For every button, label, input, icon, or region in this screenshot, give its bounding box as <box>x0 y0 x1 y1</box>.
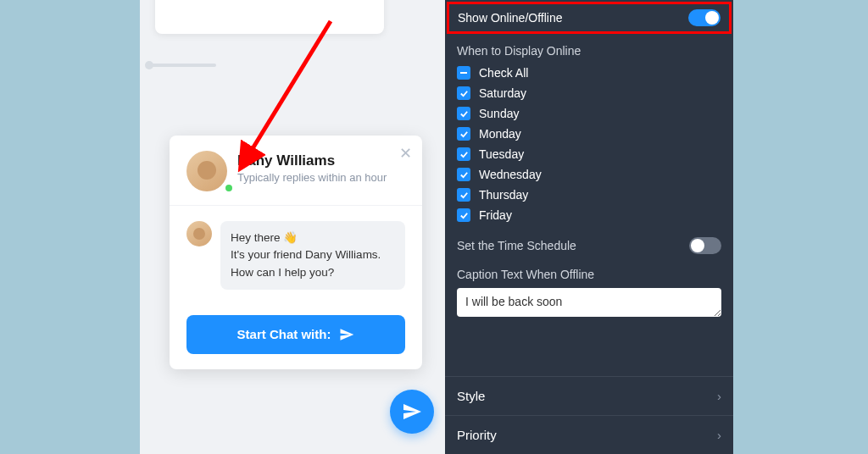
day-row[interactable]: Thursday <box>445 185 733 205</box>
day-row[interactable]: Saturday <box>445 83 733 103</box>
reply-time: Typically replies within an hour <box>237 171 405 184</box>
start-chat-label: Start Chat with: <box>237 327 331 341</box>
svg-rect-2 <box>460 72 467 74</box>
day-label: Friday <box>479 208 512 222</box>
show-online-toggle[interactable] <box>688 9 721 26</box>
day-checkbox[interactable] <box>457 147 470 161</box>
style-section[interactable]: Style › <box>445 376 733 415</box>
day-checkbox[interactable] <box>457 127 470 141</box>
check-all-row[interactable]: Check All <box>445 63 733 83</box>
day-label: Thursday <box>479 188 528 202</box>
priority-section[interactable]: Priority › <box>445 415 733 454</box>
day-label: Sunday <box>479 107 519 120</box>
chat-body: Hey there 👋 It's your friend Dany Willia… <box>170 206 422 305</box>
paper-plane-icon <box>402 401 422 422</box>
check-all-checkbox[interactable] <box>457 66 470 80</box>
check-all-label: Check All <box>479 66 528 80</box>
day-row[interactable]: Monday <box>445 124 733 144</box>
day-label: Monday <box>479 127 521 141</box>
chat-widget: ✕ Dany Williams Typically replies within… <box>170 136 422 369</box>
day-checkbox[interactable] <box>457 188 470 202</box>
time-schedule-toggle[interactable] <box>689 237 721 254</box>
time-schedule-label: Set the Time Schedule <box>457 239 576 252</box>
priority-label: Priority <box>457 428 497 442</box>
when-display-label: When to Display Online <box>445 36 733 63</box>
show-online-label: Show Online/Offline <box>458 11 562 25</box>
day-checkbox[interactable] <box>457 208 470 222</box>
day-label: Tuesday <box>479 147 524 161</box>
chevron-right-icon: › <box>717 428 721 442</box>
day-label: Saturday <box>479 86 526 100</box>
time-schedule-row: Set the Time Schedule <box>445 225 733 261</box>
start-chat-button[interactable]: Start Chat with: <box>186 315 405 354</box>
day-label: Wednesday <box>479 168 542 181</box>
style-label: Style <box>457 389 485 403</box>
chat-fab[interactable] <box>390 390 434 434</box>
agent-avatar <box>186 151 227 191</box>
chevron-right-icon: › <box>717 389 721 403</box>
paper-plane-icon <box>339 327 354 342</box>
day-checkbox[interactable] <box>457 168 470 181</box>
agent-name: Dany Williams <box>237 152 405 169</box>
chat-header: ✕ Dany Williams Typically replies within… <box>170 136 422 206</box>
preview-area: ✕ Dany Williams Typically replies within… <box>140 0 437 454</box>
settings-panel: Show Online/Offline When to Display Onli… <box>445 0 733 454</box>
day-row[interactable]: Tuesday <box>445 144 733 164</box>
show-online-row: Show Online/Offline <box>447 2 732 34</box>
background-card <box>155 0 384 34</box>
greeting-message: Hey there 👋 It's your friend Dany Willia… <box>220 221 405 290</box>
day-checkbox[interactable] <box>457 107 470 120</box>
day-checkbox[interactable] <box>457 86 470 100</box>
message-avatar <box>186 221 212 246</box>
day-row[interactable]: Sunday <box>445 103 733 124</box>
day-row[interactable]: Wednesday <box>445 164 733 185</box>
caption-offline-input[interactable] <box>457 288 721 317</box>
day-row[interactable]: Friday <box>445 205 733 225</box>
caption-label: Caption Text When Offline <box>445 261 733 288</box>
online-status-dot <box>224 183 234 193</box>
background-slider <box>148 64 216 67</box>
close-icon[interactable]: ✕ <box>399 144 412 163</box>
